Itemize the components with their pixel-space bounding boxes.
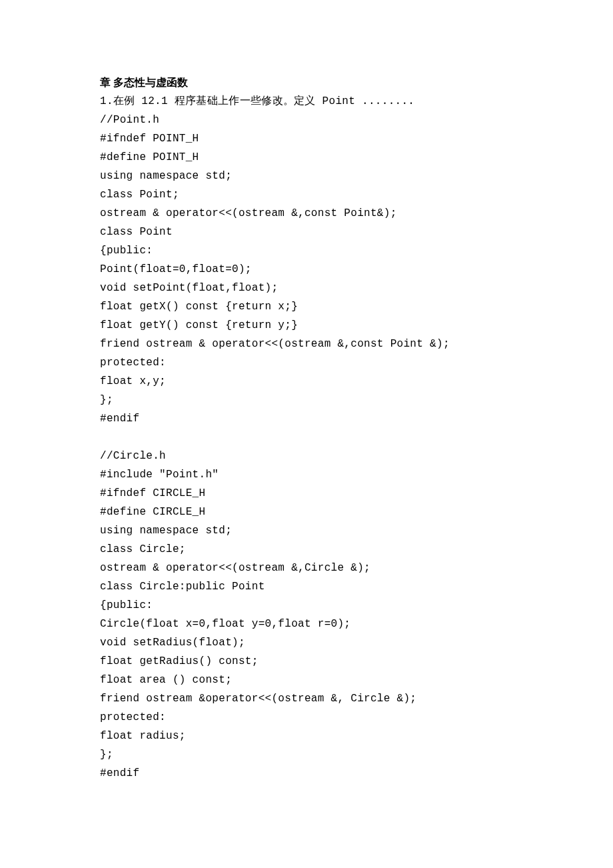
code-line: float getX() const {return x;} — [100, 297, 513, 316]
chapter-title: 章 多态性与虚函数 — [100, 77, 188, 88]
code-line: #define POINT_H — [100, 148, 513, 167]
chapter-heading: 章 多态性与虚函数 — [100, 73, 513, 92]
code-line: #endif — [100, 764, 513, 783]
code-line: #include "Point.h" — [100, 465, 513, 484]
document-page: 章 多态性与虚函数 1.在例 12.1 程序基础上作一些修改。定义 Point … — [0, 0, 613, 823]
intro-line: 1.在例 12.1 程序基础上作一些修改。定义 Point ........ — [100, 92, 513, 111]
code-line: }; — [100, 745, 513, 764]
code-line: using namespace std; — [100, 521, 513, 540]
code-line: float getRadius() const; — [100, 652, 513, 671]
code-line: float x,y; — [100, 372, 513, 391]
code-line: #define CIRCLE_H — [100, 503, 513, 521]
code-line: float getY() const {return y;} — [100, 316, 513, 335]
code-line: void setPoint(float,float); — [100, 279, 513, 297]
code-block-circle: //Circle.h #include "Point.h" #ifndef CI… — [100, 447, 513, 783]
code-line: void setRadius(float); — [100, 633, 513, 652]
blank-line — [100, 428, 513, 447]
code-block-point: //Point.h #ifndef POINT_H #define POINT_… — [100, 111, 513, 428]
code-line: {public: — [100, 241, 513, 260]
code-line: Point(float=0,float=0); — [100, 260, 513, 279]
code-line: protected: — [100, 708, 513, 727]
code-line: #ifndef CIRCLE_H — [100, 484, 513, 503]
code-line: ostream & operator<<(ostream &,const Poi… — [100, 204, 513, 223]
code-line: Circle(float x=0,float y=0,float r=0); — [100, 615, 513, 633]
code-line: class Point; — [100, 185, 513, 204]
code-line: friend ostream & operator<<(ostream &,co… — [100, 335, 513, 353]
code-line: #ifndef POINT_H — [100, 129, 513, 148]
code-line: class Point — [100, 223, 513, 241]
code-line: {public: — [100, 596, 513, 615]
code-line: //Circle.h — [100, 447, 513, 465]
code-line: //Point.h — [100, 111, 513, 129]
code-line: class Circle:public Point — [100, 577, 513, 596]
code-line: class Circle; — [100, 540, 513, 559]
code-line: friend ostream &operator<<(ostream &, Ci… — [100, 689, 513, 708]
code-line: float area () const; — [100, 671, 513, 689]
code-line: using namespace std; — [100, 167, 513, 185]
code-line: }; — [100, 391, 513, 409]
code-line: ostream & operator<<(ostream &,Circle &)… — [100, 559, 513, 577]
code-line: protected: — [100, 353, 513, 372]
code-line: float radius; — [100, 727, 513, 745]
code-line: #endif — [100, 409, 513, 428]
